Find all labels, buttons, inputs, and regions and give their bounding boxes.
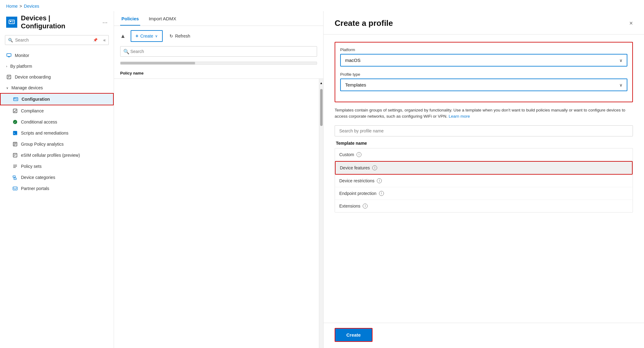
configuration-icon <box>13 96 18 102</box>
sidebar-item-partner-portals[interactable]: Partner portals <box>0 183 114 194</box>
policy-name-column-header: Policy name <box>114 68 323 79</box>
sidebar-item-by-platform[interactable]: › By platform <box>0 61 114 71</box>
scroll-up-arrow[interactable]: ▲ <box>120 33 126 39</box>
panel-create-button[interactable]: Create <box>335 328 373 342</box>
template-custom-label: Custom <box>339 152 354 157</box>
svg-rect-30 <box>14 178 16 180</box>
template-endpoint-protection-info-icon[interactable]: i <box>379 191 384 196</box>
template-device-features-label: Device features <box>340 165 370 170</box>
profile-type-value: Templates <box>345 82 366 87</box>
sidebar-item-policy-sets-label: Policy sets <box>21 164 42 169</box>
conditional-access-icon: ✓ <box>12 119 18 125</box>
sidebar-item-monitor[interactable]: Monitor <box>0 50 114 61</box>
panel-body: Platform macOS ∨ Profile type Templates … <box>324 34 644 323</box>
sidebar-item-device-onboarding[interactable]: Device onboarding <box>0 71 114 83</box>
platform-select[interactable]: macOS ∨ <box>340 54 627 67</box>
template-list: Custom i Device features i Device restri… <box>335 148 633 212</box>
template-device-restrictions-label: Device restrictions <box>339 178 374 183</box>
svg-rect-1 <box>10 21 11 22</box>
template-item-extensions[interactable]: Extensions i <box>335 200 633 212</box>
create-plus-icon: + <box>136 33 138 39</box>
platform-group: Platform macOS ∨ <box>340 47 627 67</box>
esim-icon <box>12 152 18 158</box>
tab-import-admx[interactable]: Import ADMX <box>148 11 177 26</box>
content-area: Policies Import ADMX ▲ + Create ∨ ↻ Refr… <box>114 11 324 348</box>
sidebar-item-compliance[interactable]: Compliance <box>0 105 114 116</box>
sidebar-item-monitor-label: Monitor <box>15 53 29 58</box>
template-extensions-info-icon[interactable]: i <box>363 204 368 208</box>
horizontal-scrollbar[interactable] <box>120 62 317 65</box>
template-item-device-features[interactable]: Device features i <box>335 161 633 175</box>
svg-rect-29 <box>13 176 15 177</box>
learn-more-link[interactable]: Learn more <box>449 114 470 119</box>
svg-rect-14 <box>13 109 17 113</box>
template-endpoint-protection-label: Endpoint protection <box>339 191 377 196</box>
sidebar-more-button[interactable]: ··· <box>102 19 108 26</box>
tab-policies[interactable]: Policies <box>120 11 140 26</box>
sidebar-item-device-onboarding-label: Device onboarding <box>15 75 51 79</box>
profile-type-select[interactable]: Templates ∨ <box>340 79 627 91</box>
svg-rect-23 <box>13 153 17 157</box>
template-item-custom[interactable]: Custom i <box>335 148 633 161</box>
sidebar-item-device-categories-label: Device categories <box>21 175 55 180</box>
sidebar: Devices | Configuration ··· 🔍 📌 « Monito… <box>0 11 114 348</box>
create-profile-panel: Create a profile × Platform macOS ∨ Prof… <box>324 11 644 348</box>
platform-section: Platform macOS ∨ Profile type Templates … <box>335 42 633 102</box>
sidebar-item-group-policy-label: Group Policy analytics <box>21 142 64 147</box>
sidebar-collapse-icon[interactable]: « <box>103 38 106 42</box>
svg-rect-4 <box>7 54 11 56</box>
breadcrumb-home[interactable]: Home <box>6 4 18 9</box>
sidebar-search-icon: 🔍 <box>8 38 13 42</box>
sidebar-item-policy-sets[interactable]: Policy sets <box>0 161 114 172</box>
template-device-restrictions-info-icon[interactable]: i <box>377 178 382 183</box>
svg-text:>_: >_ <box>14 132 17 135</box>
svg-text:✓: ✓ <box>14 121 16 124</box>
breadcrumb-devices[interactable]: Devices <box>24 4 39 9</box>
sidebar-item-manage-devices[interactable]: ∨ Manage devices <box>0 83 114 93</box>
panel-close-button[interactable]: × <box>629 20 633 27</box>
mid-scroll-area: ▲ <box>114 79 323 348</box>
template-item-endpoint-protection[interactable]: Endpoint protection i <box>335 187 633 200</box>
refresh-button[interactable]: ↻ Refresh <box>166 31 193 41</box>
platform-value: macOS <box>345 58 361 63</box>
svg-rect-11 <box>14 98 15 99</box>
scroll-up-btn[interactable]: ▲ <box>319 80 324 86</box>
svg-rect-0 <box>9 20 14 24</box>
sidebar-nav: Monitor › By platform Device onboarding … <box>0 50 114 348</box>
profile-type-label: Profile type <box>340 72 627 77</box>
create-button-label: Create <box>140 34 153 38</box>
onboarding-icon <box>6 74 12 80</box>
platform-label: Platform <box>340 47 627 52</box>
sidebar-item-by-platform-label: By platform <box>10 64 32 69</box>
panel-footer: Create <box>324 323 644 348</box>
sidebar-item-device-categories[interactable]: Device categories <box>0 172 114 183</box>
panel-title: Create a profile <box>335 18 393 28</box>
template-device-features-info-icon[interactable]: i <box>372 165 377 170</box>
create-chevron-icon: ∨ <box>155 34 158 38</box>
profile-type-group: Profile type Templates ∨ <box>340 72 627 91</box>
template-item-device-restrictions[interactable]: Device restrictions i <box>335 175 633 187</box>
sidebar-search-pin-icon: 📌 <box>93 38 98 42</box>
description-text: Templates contain groups of settings, or… <box>335 107 633 120</box>
create-button[interactable]: + Create ∨ <box>131 30 163 42</box>
content-search-input[interactable] <box>120 46 317 57</box>
sidebar-item-group-policy[interactable]: Group Policy analytics <box>0 139 114 150</box>
sidebar-item-conditional-access[interactable]: ✓ Conditional access <box>0 116 114 127</box>
sidebar-item-scripts[interactable]: >_ Scripts and remediations <box>0 127 114 139</box>
sidebar-header: Devices | Configuration ··· <box>0 11 114 35</box>
template-custom-info-icon[interactable]: i <box>357 152 361 157</box>
content-tabs: Policies Import ADMX <box>114 11 323 26</box>
vertical-scrollbar-thumb <box>320 89 323 126</box>
policy-sets-icon <box>12 164 18 169</box>
sidebar-item-esim-label: eSIM cellular profiles (preview) <box>21 153 80 158</box>
sidebar-item-partner-portals-label: Partner portals <box>21 186 49 191</box>
vertical-scrollbar[interactable]: ▲ <box>319 79 323 348</box>
toolbar: ▲ + Create ∨ ↻ Refresh <box>114 26 323 46</box>
sidebar-item-esim[interactable]: eSIM cellular profiles (preview) <box>0 150 114 161</box>
content-list-area <box>114 79 319 348</box>
profile-search-input[interactable] <box>335 125 633 136</box>
sidebar-item-configuration[interactable]: Configuration <box>0 93 114 105</box>
by-platform-expand-icon: › <box>6 65 7 68</box>
horizontal-scrollbar-thumb <box>120 62 195 64</box>
template-section-label: Template name <box>335 141 633 146</box>
